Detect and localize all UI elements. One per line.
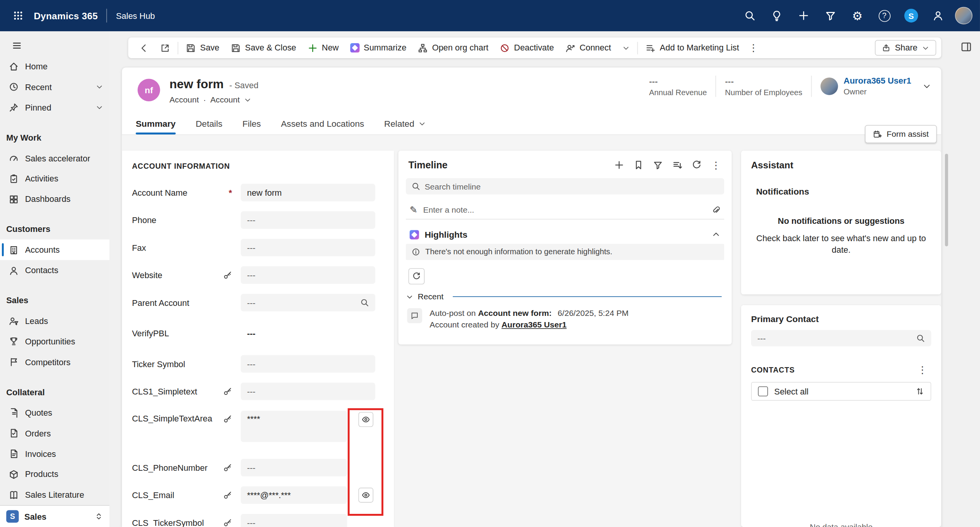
timeline-entry-autopost[interactable]: Auto-post on Account new form: 6/26/2025… [407,308,721,329]
highlights-info-banner: There's not enough information to genera… [406,244,724,260]
chevron-down-icon[interactable] [96,104,103,111]
header-expand-chevron[interactable] [923,82,931,91]
sidebar-item-quotes[interactable]: Quotes [0,403,109,423]
cls-tickersymbol-input[interactable]: --- [241,514,347,527]
sidebar-item-leads[interactable]: Leads [0,311,109,331]
chevron-down-icon[interactable] [96,83,103,91]
divider [637,42,638,54]
entry-user-link[interactable]: Aurora365 User1 [501,320,566,329]
select-all-checkbox[interactable] [758,386,768,396]
user-avatar[interactable] [955,7,972,24]
open-in-new-window-button[interactable] [155,40,176,56]
field-row-verifypbl: VerifyPBL --- [132,316,384,350]
tab-summary[interactable]: Summary [136,112,176,134]
add-to-marketing-list-button[interactable]: Add to Marketing List [640,40,745,56]
sitemap-collapse-icon[interactable] [6,36,27,55]
tab-related[interactable]: Related [384,112,426,134]
cls-email-input[interactable]: ****@***.*** [241,487,347,504]
cls1-simpletext-input[interactable]: --- [241,383,375,400]
tab-details[interactable]: Details [196,112,222,134]
sidebar-item-accounts[interactable]: Accounts [0,240,109,260]
filter-icon[interactable] [820,6,840,26]
copilot-icon [350,43,359,52]
new-button[interactable]: New [302,40,344,56]
vertical-scrollbar-thumb[interactable] [945,154,948,246]
search-icon[interactable] [740,6,760,26]
lookup-search-icon[interactable] [360,298,369,307]
sidebar-item-invoices[interactable]: Invoices [0,444,109,464]
sidebar-item-sales-literature[interactable]: Sales Literature [0,485,109,505]
reveal-masked-value-eye-button[interactable] [358,412,373,427]
sidebar-item-competitors[interactable]: Competitors [0,352,109,372]
timeline-more-icon[interactable]: ⋮ [708,157,724,173]
deactivate-button[interactable]: Deactivate [494,40,560,56]
fax-input[interactable]: --- [241,239,375,256]
cls-simpletextarea-input[interactable]: **** [241,411,347,442]
enter-note-input[interactable]: ✎ Enter a note... [406,201,724,220]
sidebar-group-my-work: My Work [0,128,109,148]
secured-field-key-icon [223,387,232,396]
sidebar-item-home[interactable]: Home [0,56,109,77]
tab-files[interactable]: Files [242,112,261,134]
sidebar-item-dashboards[interactable]: Dashboards [0,189,109,210]
contacts-more-icon[interactable]: ⋮ [914,364,931,376]
app-launcher-waffle-icon[interactable] [7,5,29,26]
regenerate-highlights-button[interactable] [408,268,425,284]
collapse-recent-chevron[interactable] [406,293,413,300]
tab-assets-and-locations[interactable]: Assets and Locations [281,112,364,134]
account-name-input[interactable]: new form [241,184,375,201]
sidebar-item-sales-accelerator[interactable]: Sales accelerator [0,148,109,168]
sidebar-item-activities[interactable]: Activities [0,168,109,189]
form-selector[interactable]: Account [210,95,240,104]
settings-gear-icon[interactable]: ⚙ [847,6,867,26]
sort-icon[interactable] [916,387,925,396]
ticker-symbol-input[interactable]: --- [241,355,375,373]
sidebar-item-opportunities[interactable]: Opportunities [0,331,109,352]
owner-avatar[interactable] [820,77,838,95]
sidebar-item-contacts[interactable]: Contacts [0,260,109,280]
parent-account-lookup[interactable]: --- [241,294,375,311]
save-and-close-button[interactable]: Save & Close [225,40,302,56]
collapse-highlights-chevron[interactable] [712,230,721,239]
field-row-fax: Fax --- [132,234,384,261]
sidebar-item-orders[interactable]: Orders [0,423,109,443]
quick-create-plus-icon[interactable] [793,6,814,26]
more-commands-icon[interactable]: ⋮ [745,42,762,54]
connect-button[interactable]: Connect [560,40,617,56]
sidebar-item-recent[interactable]: Recent [0,77,109,97]
lookup-search-icon[interactable] [916,334,925,343]
area-switcher[interactable]: S Sales [0,505,109,527]
copilot-side-pane-icon[interactable] [958,39,974,55]
phone-input[interactable]: --- [241,211,375,229]
reveal-masked-value-eye-button[interactable] [358,488,373,503]
filter-timeline-icon[interactable] [650,157,666,173]
expand-records-icon[interactable] [669,157,685,173]
help-icon[interactable]: ? [874,6,894,26]
lightbulb-icon[interactable] [767,6,787,26]
open-org-chart-button[interactable]: Open org chart [412,40,494,56]
primary-contact-lookup[interactable]: --- [751,330,931,346]
create-timeline-record-plus-icon[interactable] [611,157,627,173]
sidebar-item-products[interactable]: Products [0,464,109,485]
required-asterisk: * [229,188,232,197]
back-button[interactable] [133,40,155,56]
record-avatar: nf [138,79,160,101]
save-button[interactable]: Save [180,40,225,56]
command-overflow-chevron[interactable] [617,40,635,56]
app-name[interactable]: Sales Hub [116,11,155,20]
summarize-button[interactable]: Summarize [345,40,412,56]
form-assist-button[interactable]: Form assist [865,125,937,143]
refresh-timeline-icon[interactable] [689,157,705,173]
website-input[interactable]: --- [241,266,375,284]
form-tabs: Summary Details Files Assets and Locatio… [122,112,941,135]
person-presence-icon[interactable] [928,6,948,26]
share-button[interactable]: Share [875,40,936,56]
skype-icon[interactable]: S [901,6,921,26]
search-timeline-input[interactable]: Search timeline [406,178,724,194]
brand-title[interactable]: Dynamics 365 [34,10,98,21]
bookmark-icon[interactable] [630,157,647,173]
cls-phonenumber-input[interactable]: --- [241,459,347,476]
owner-link[interactable]: Aurora365 User1 [844,76,911,86]
sidebar-item-pinned[interactable]: Pinned [0,97,109,118]
attach-paperclip-icon[interactable] [712,205,721,214]
